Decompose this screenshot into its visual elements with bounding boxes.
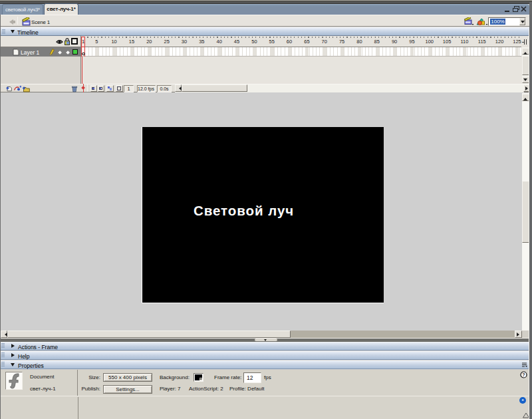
svg-text:?: ?	[522, 372, 525, 377]
